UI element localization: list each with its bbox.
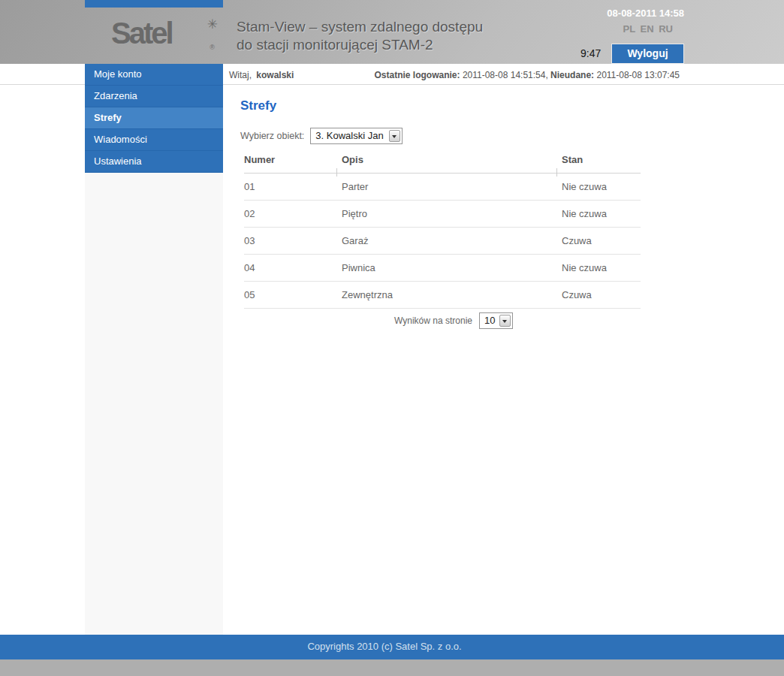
table-header-row: Numer Opis Stan <box>244 149 641 174</box>
last-login-value: 2011-08-08 14:51:54, <box>463 70 548 80</box>
object-select-value: 3. Kowalski Jan <box>315 130 383 141</box>
cell-stan: Czuwa <box>562 228 641 255</box>
cell-opis: Piętro <box>342 201 562 228</box>
lang-ru-link[interactable]: RU <box>659 23 673 35</box>
footer: Copyrights 2010 (c) Satel Sp. z o.o. <box>0 635 784 659</box>
page-title: Strefy <box>240 98 276 113</box>
lang-pl-link[interactable]: PL <box>623 23 635 35</box>
registered-mark: ® <box>210 44 215 51</box>
sidebar-menu: Moje konto Zdarzenia Strefy Wiadomości U… <box>85 64 223 173</box>
per-page-row: Wyników na stronie 10 <box>223 312 684 329</box>
table-row: 02 Piętro Nie czuwa <box>244 201 641 228</box>
zones-table: Numer Opis Stan 01 Parter Nie czuwa 02 P… <box>244 149 641 309</box>
cell-opis: Zewnętrzna <box>342 282 562 309</box>
last-login-label: Ostatnie logowanie: <box>375 70 460 80</box>
cell-numer: 05 <box>244 282 342 309</box>
app-title-line2: do stacji monitorującej STAM-2 <box>237 36 483 54</box>
sidebar-item-strefy[interactable]: Strefy <box>85 107 223 129</box>
sidebar-item-ustawienia[interactable]: Ustawienia <box>85 151 223 173</box>
satel-asterisk-icon: ✳ <box>207 17 218 32</box>
greeting: Witaj, kowalski <box>229 70 294 80</box>
sidebar-item-moje-konto[interactable]: Moje konto <box>85 64 223 86</box>
app-title: Stam-View – system zdalnego dostępu do s… <box>237 18 483 54</box>
app-title-line1: Stam-View – system zdalnego dostępu <box>237 18 483 36</box>
sidebar-background <box>85 173 223 635</box>
table-row: 03 Garaż Czuwa <box>244 228 641 255</box>
cell-numer: 04 <box>244 255 342 282</box>
cell-stan: Nie czuwa <box>562 201 641 228</box>
per-page-value: 10 <box>484 315 495 326</box>
cell-opis: Garaż <box>342 228 562 255</box>
session-timer: 9:47 <box>580 47 601 59</box>
failed-login-label: Nieudane: <box>550 70 594 80</box>
cell-opis: Parter <box>342 174 562 201</box>
cell-numer: 02 <box>244 201 342 228</box>
language-switcher: PL EN RU <box>582 23 673 35</box>
sidebar-item-zdarzenia[interactable]: Zdarzenia <box>85 86 223 107</box>
greeting-prefix: Witaj, <box>229 70 252 80</box>
chevron-down-icon[interactable] <box>499 315 511 327</box>
cell-opis: Piwnica <box>342 255 562 282</box>
bottom-strip <box>0 659 784 676</box>
chevron-down-icon[interactable] <box>389 130 400 142</box>
per-page-select[interactable]: 10 <box>479 312 513 329</box>
cell-stan: Nie czuwa <box>562 174 641 201</box>
login-info: Ostatnie logowanie: 2011-08-08 14:51:54,… <box>375 70 680 80</box>
top-accent-bar <box>85 0 223 8</box>
lang-en-link[interactable]: EN <box>641 23 654 35</box>
sidebar-item-wiadomosci[interactable]: Wiadomości <box>85 129 223 151</box>
column-header-stan: Stan <box>562 149 641 174</box>
cell-stan: Nie czuwa <box>562 255 641 282</box>
username: kowalski <box>256 70 294 80</box>
header-datetime: 08-08-2011 14:58 <box>582 8 684 19</box>
object-select-label: Wybierz obiekt: <box>240 131 304 141</box>
column-header-numer: Numer <box>244 149 342 174</box>
cell-stan: Czuwa <box>562 282 641 309</box>
failed-login-value: 2011-08-08 13:07:45 <box>596 70 680 80</box>
table-row: 04 Piwnica Nie czuwa <box>244 255 641 282</box>
table-row: 01 Parter Nie czuwa <box>244 174 641 201</box>
object-select-row: Wybierz obiekt: 3. Kowalski Jan <box>240 128 403 144</box>
per-page-label: Wyników na stronie <box>394 315 472 326</box>
stam-view-page: Satel ✳ ® Stam-View – system zdalnego do… <box>0 0 784 676</box>
copyright-text: Copyrights 2010 (c) Satel Sp. z o.o. <box>85 641 684 652</box>
logout-button[interactable]: Wyloguj <box>611 44 684 64</box>
cell-numer: 03 <box>244 228 342 255</box>
satel-logo: Satel ✳ ® <box>111 20 224 50</box>
satel-logo-text: Satel <box>111 17 172 50</box>
object-select[interactable]: 3. Kowalski Jan <box>310 128 403 144</box>
header: Satel ✳ ® Stam-View – system zdalnego do… <box>0 0 784 64</box>
column-header-opis: Opis <box>342 149 562 174</box>
table-row: 05 Zewnętrzna Czuwa <box>244 282 641 309</box>
cell-numer: 01 <box>244 174 342 201</box>
